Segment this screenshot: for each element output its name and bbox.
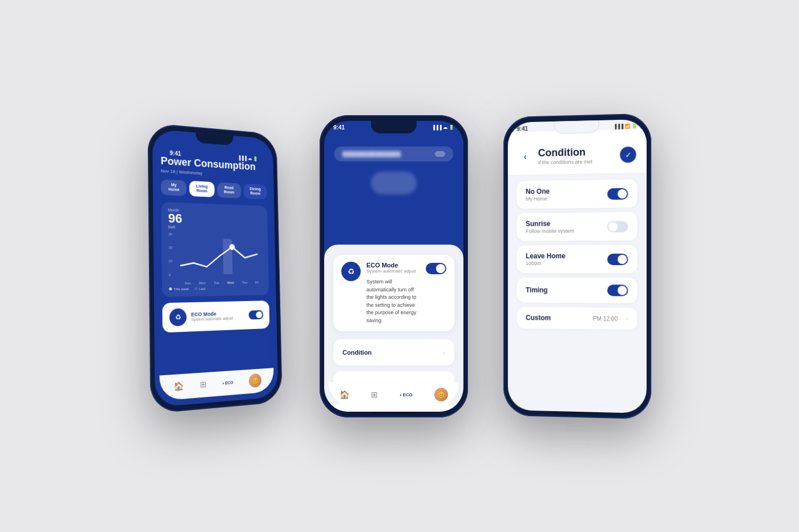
condition-leave-home: Leave Home 1000m: [516, 245, 637, 273]
condition-label: Condition: [342, 349, 372, 356]
back-button[interactable]: ‹: [518, 149, 532, 164]
toggle-leave-home[interactable]: [607, 253, 628, 265]
status-icons-left: ▐▐▐ ☁ 🔋: [237, 155, 258, 161]
condition-sunrise: Sunrise Follow mobile system: [516, 212, 637, 241]
eco-icon-center: ♻: [341, 262, 361, 281]
notch-center: [371, 121, 417, 133]
eco-desc: System will automatically turn off the l…: [366, 278, 420, 324]
toggle-eco-center[interactable]: [426, 263, 446, 274]
right-screen: 9:41 ▐▐▐ 📶 🔋 ‹ Condition If the conditio…: [508, 119, 647, 413]
eco-card-left: ♻ ECO Mode System automatic adjust: [162, 300, 269, 332]
right-title-block: Condition If the conditions are met: [538, 145, 614, 165]
nav-avatar-left[interactable]: 😊: [248, 373, 261, 388]
status-time-right: 9:41: [516, 125, 528, 132]
right-header: ‹ Condition If the conditions are met ✓: [508, 129, 647, 176]
bottom-nav-center: 🏠 ⊞ • ECO 😊: [329, 382, 459, 406]
svg-rect-0: [223, 238, 232, 274]
custom-chevron: ›: [626, 314, 628, 322]
condition-no-one: No One My Home: [516, 179, 637, 209]
tab-my-home[interactable]: MyHome: [161, 179, 187, 196]
blurred-text: ████████████████: [342, 151, 401, 157]
nav-home-left[interactable]: 🏠: [174, 381, 184, 391]
toggle-sunrise[interactable]: [607, 220, 628, 232]
nav-eco-left[interactable]: • ECO: [223, 380, 233, 384]
home-indicator-center: [371, 412, 417, 414]
nav-grid-left[interactable]: ⊞: [200, 379, 207, 389]
check-icon[interactable]: ✓: [620, 146, 636, 163]
svg-point-1: [229, 244, 235, 249]
eco-icon-left: ♻: [170, 308, 187, 326]
nav-grid-center[interactable]: ⊞: [371, 390, 378, 399]
status-icons-center: ▐▐▐ ☁ 🔋: [432, 125, 454, 130]
blurred-dot: [435, 151, 445, 157]
condition-custom[interactable]: Custom PM 12:00 ›: [516, 307, 637, 330]
tab-living-room[interactable]: LivingRoom: [189, 180, 215, 197]
phone-right-screen: 9:41 ▐▐▐ 📶 🔋 ‹ Condition If the conditio…: [508, 119, 647, 413]
toggle-no-one[interactable]: [607, 188, 628, 200]
blurred-widget: [371, 172, 417, 194]
eco-text-left: ECO Mode System automatic adjust: [191, 310, 245, 321]
nav-avatar-center[interactable]: 😊: [434, 388, 448, 401]
menu-condition[interactable]: Condition ›: [333, 339, 454, 366]
status-time-left: 9:41: [170, 149, 181, 156]
phones-container: 9:41 ▐▐▐ ☁ 🔋 Power Consumption Nov 18 | …: [0, 0, 799, 532]
bottom-nav-left: 🏠 ⊞ • ECO 😊: [159, 368, 274, 401]
custom-value: PM 12:00: [593, 315, 618, 321]
expect-value: - 26 USD: [423, 411, 445, 412]
phone-left: 9:41 ▐▐▐ ☁ 🔋 Power Consumption Nov 18 | …: [148, 123, 283, 413]
home-screen: 9:41 ▐▐▐ ☁ 🔋 Power Consumption Nov 18 | …: [152, 129, 279, 407]
chart-x-labels: Sun Mon Tue Wed Thu Fri: [180, 280, 263, 284]
tab-dining-room[interactable]: DiningRoom: [244, 183, 267, 199]
notch-right: [554, 120, 599, 134]
eco-card-center: ♻ ECO Mode System automatic adjust Syste…: [333, 255, 454, 331]
chart-y-labels: 30 20 10 0: [168, 232, 173, 277]
toggle-timing[interactable]: [607, 285, 628, 296]
tab-read-room[interactable]: ReadRoom: [217, 182, 241, 198]
chart-legend: This week Last: [169, 286, 263, 290]
nav-eco-center[interactable]: • ECO: [400, 392, 412, 397]
right-subtitle: If the conditions are met: [538, 158, 614, 165]
eco-card-content: ECO Mode System automatic adjust System …: [366, 262, 420, 324]
blurred-center: [334, 172, 453, 194]
toggle-eco-left[interactable]: [249, 310, 264, 319]
chart-svg: [180, 232, 263, 274]
phone-right: 9:41 ▐▐▐ 📶 🔋 ‹ Condition If the conditio…: [503, 113, 651, 419]
condition-timing: Timing: [516, 277, 637, 303]
expect-num: - 26: [423, 411, 445, 412]
nav-home-center[interactable]: 🏠: [340, 390, 349, 399]
chart-area: 30 20 10 0: [168, 232, 263, 285]
notch-left: [196, 132, 233, 145]
phone-center-screen: 9:41 ▐▐▐ ☁ 🔋 ████████████████: [324, 121, 463, 412]
eco-card-sub: System automatic adjust: [366, 269, 420, 274]
blurred-header: ████████████████: [334, 147, 453, 161]
chart-card: Month 96 kwh 30 20 10 0: [161, 201, 269, 297]
condition-list: No One My Home Sunrise Follow mobile sys…: [508, 173, 647, 340]
phone-center: 9:41 ▐▐▐ ☁ 🔋 ████████████████: [320, 115, 468, 417]
room-tabs: MyHome LivingRoom ReadRoom DiningRoom: [161, 179, 267, 199]
condition-chevron: ›: [439, 347, 445, 358]
phone-left-screen: 9:41 ▐▐▐ ☁ 🔋 Power Consumption Nov 18 | …: [152, 129, 279, 407]
eco-card-title: ECO Mode: [366, 262, 420, 269]
center-screen: 9:41 ▐▐▐ ☁ 🔋 ████████████████: [324, 121, 463, 412]
status-time-center: 9:41: [333, 124, 345, 131]
center-top: ████████████████: [324, 131, 463, 245]
right-title: Condition: [538, 145, 614, 159]
status-icons-right: ▐▐▐ 📶 🔋: [614, 123, 637, 129]
